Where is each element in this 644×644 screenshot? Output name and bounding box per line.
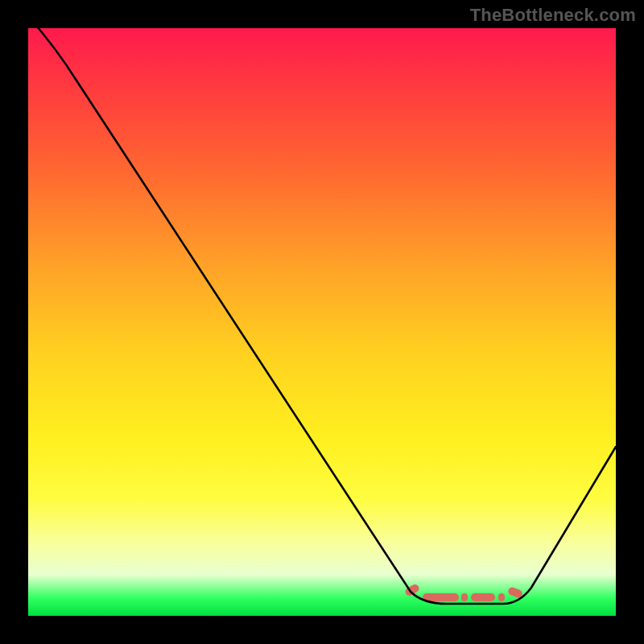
- chart-frame: TheBottleneck.com: [0, 0, 644, 644]
- plot-area: [28, 28, 616, 616]
- curve-path: [28, 16, 616, 604]
- bottleneck-curve: [28, 28, 616, 616]
- watermark-text: TheBottleneck.com: [470, 5, 636, 26]
